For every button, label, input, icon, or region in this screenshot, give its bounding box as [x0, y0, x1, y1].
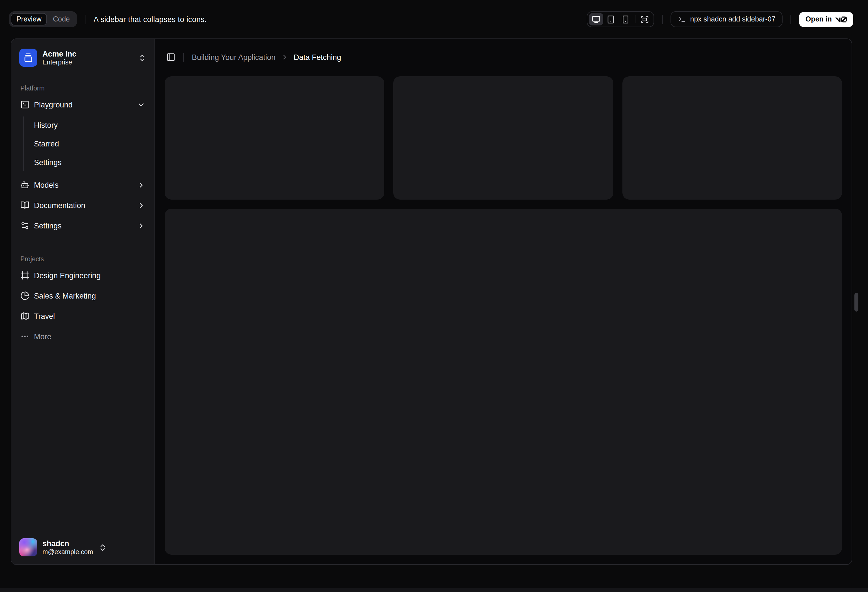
breadcrumb-current-page: Data Fetching: [294, 53, 341, 61]
sidebar-footer: shadcn m@example.com: [11, 535, 155, 560]
sidebar-item-settings[interactable]: Settings: [16, 217, 150, 234]
user-email: m@example.com: [43, 548, 93, 555]
sidebar-item-label: Models: [34, 181, 59, 189]
view-tabs: Preview Code: [9, 11, 77, 27]
placeholder-card: [165, 76, 384, 200]
user-name: shadcn: [43, 539, 93, 548]
chevron-right-icon: [280, 53, 289, 61]
chevrons-up-down-icon: [98, 543, 107, 552]
toolbar: Preview Code A sidebar that collapses to…: [0, 0, 868, 38]
v0-logo-icon: [835, 16, 847, 22]
open-in-label: Open in: [806, 15, 832, 23]
sidebar-group-label-platform: Platform: [21, 85, 155, 91]
placeholder-card: [622, 76, 842, 200]
chevron-right-icon: [137, 221, 145, 230]
main-content: Building Your Application Data Fetching: [155, 39, 852, 564]
sidebar-item-label: Playground: [34, 100, 73, 109]
sidebar-item-playground[interactable]: Playground: [16, 96, 150, 113]
window-bottom-edge: [0, 588, 868, 592]
toolbar-separator: [791, 15, 791, 24]
chevron-right-icon: [137, 181, 145, 189]
terminal-icon: [678, 15, 685, 23]
device-size-toggle-group: [586, 11, 654, 27]
book-open-icon: [21, 201, 30, 210]
panel-left-icon: [166, 53, 176, 62]
sidebar-item-documentation[interactable]: Documentation: [16, 197, 150, 214]
playground-submenu: History Starred Settings: [23, 116, 150, 171]
sidebar-item-label: Settings: [34, 221, 62, 230]
sidebar-subitem-settings[interactable]: Settings: [24, 154, 150, 171]
block-description: A sidebar that collapses to icons.: [94, 15, 207, 24]
header-separator: [183, 53, 184, 61]
sidebar-subitem-history[interactable]: History: [24, 116, 150, 133]
placeholder-card-grid: [165, 76, 842, 200]
tab-preview[interactable]: Preview: [11, 13, 47, 25]
sidebar-subitem-starred[interactable]: Starred: [24, 135, 150, 152]
sidebar-item-more[interactable]: More: [16, 328, 150, 345]
block-viewer: Preview Code A sidebar that collapses to…: [0, 0, 868, 592]
team-name: Acme Inc: [43, 50, 77, 58]
team-switcher-button[interactable]: Acme Inc Enterprise: [16, 45, 150, 70]
preview-panel: Acme Inc Enterprise Platform Playground: [11, 38, 852, 565]
team-plan: Enterprise: [43, 59, 77, 66]
content-header: Building Your Application Data Fetching: [155, 39, 852, 75]
chevron-right-icon: [137, 201, 145, 209]
sidebar-item-travel[interactable]: Travel: [16, 308, 150, 324]
breadcrumb-parent-link[interactable]: Building Your Application: [192, 53, 276, 61]
device-group-separator: [635, 15, 635, 23]
bot-icon: [21, 180, 30, 189]
sidebar-item-label: Design Engineering: [34, 271, 101, 280]
map-icon: [21, 312, 30, 321]
team-logo: [19, 49, 37, 67]
projects-nav: Design Engineering Sales & Marketing Tra…: [16, 267, 150, 345]
tablet-icon: [606, 15, 615, 24]
sidebar-item-label: Sales & Marketing: [34, 292, 96, 300]
app-sidebar: Acme Inc Enterprise Platform Playground: [11, 39, 155, 564]
smartphone-icon: [621, 15, 629, 24]
sidebar-item-label: Travel: [34, 312, 55, 320]
install-command-button[interactable]: npx shadcn add sidebar-07: [670, 11, 783, 27]
sidebar-item-label: Documentation: [34, 201, 86, 209]
frame-icon: [21, 271, 30, 280]
sidebar-toggle-button[interactable]: [164, 50, 178, 64]
sidebar-item-sales-marketing[interactable]: Sales & Marketing: [16, 287, 150, 304]
sidebar-group-label-projects: Projects: [21, 256, 155, 262]
placeholder-panel: [165, 209, 842, 555]
toolbar-separator: [662, 15, 662, 24]
monitor-icon: [592, 15, 600, 24]
fullscreen-button[interactable]: [638, 13, 652, 25]
sidebar-item-label: More: [34, 332, 52, 341]
fullscreen-icon: [640, 15, 649, 24]
sidebar-item-models[interactable]: Models: [16, 177, 150, 193]
placeholder-card: [394, 76, 613, 200]
platform-nav: Playground History Starred Settings Mode…: [16, 96, 150, 234]
sidebar-item-design-engineering[interactable]: Design Engineering: [16, 267, 150, 284]
ellipsis-icon: [21, 332, 30, 341]
open-in-v0-button[interactable]: Open in: [799, 12, 853, 27]
breadcrumb: Building Your Application Data Fetching: [192, 53, 341, 61]
phone-view-button[interactable]: [618, 13, 632, 25]
user-avatar: [19, 538, 37, 557]
sliders-icon: [21, 221, 30, 230]
toolbar-separator: [85, 15, 86, 24]
tab-code[interactable]: Code: [47, 13, 75, 25]
scrollbar-thumb[interactable]: [855, 293, 858, 312]
install-command-text: npx shadcn add sidebar-07: [690, 15, 775, 23]
desktop-view-button[interactable]: [589, 13, 603, 25]
chevron-down-icon: [137, 100, 145, 109]
user-menu-button[interactable]: shadcn m@example.com: [16, 535, 110, 560]
square-terminal-icon: [21, 100, 30, 109]
tablet-view-button[interactable]: [604, 13, 618, 25]
chevrons-up-down-icon: [138, 53, 146, 62]
content-body: [155, 75, 852, 564]
pie-chart-icon: [21, 291, 30, 300]
toolbar-right: npx shadcn add sidebar-07 Open in: [586, 11, 853, 27]
gallery-vertical-end-icon: [24, 53, 33, 62]
